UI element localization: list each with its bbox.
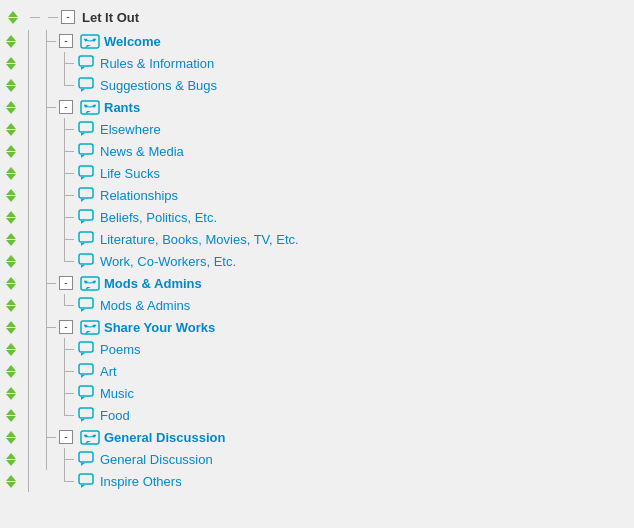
collapse-rants[interactable]: - [59,100,73,114]
up-rules[interactable] [6,57,16,63]
label-lifesucks[interactable]: Life Sucks [100,166,160,181]
label-music[interactable]: Music [100,386,134,401]
up-rants[interactable] [6,101,16,107]
arrows-lifesucks[interactable] [2,167,20,180]
arrows-share[interactable] [2,321,20,334]
forum-row-suggestions[interactable]: Suggestions & Bugs [0,74,634,96]
label-news[interactable]: News & Media [100,144,184,159]
down-general[interactable] [6,438,16,444]
down-rants[interactable] [6,108,16,114]
down-welcome[interactable] [6,42,16,48]
down-poems[interactable] [6,350,16,356]
label-rules[interactable]: Rules & Information [100,56,214,71]
up-mods[interactable] [6,277,16,283]
up-food[interactable] [6,409,16,415]
arrows-food[interactable] [2,409,20,422]
arrows-art[interactable] [2,365,20,378]
up-suggestions[interactable] [6,79,16,85]
category-row-rants[interactable]: - Rants [0,96,634,118]
up-news[interactable] [6,145,16,151]
label-general2[interactable]: General Discussion [100,452,213,467]
up-inspire[interactable] [6,475,16,481]
arrows-rules[interactable] [2,57,20,70]
collapse-general[interactable]: - [59,430,73,444]
collapse-welcome[interactable]: - [59,34,73,48]
arrows-inspire[interactable] [2,475,20,488]
arrows-general2[interactable] [2,453,20,466]
arrows-work[interactable] [2,255,20,268]
forum-row-general2[interactable]: General Discussion [0,448,634,470]
category-row-mods[interactable]: - Mods & Admins [0,272,634,294]
up-welcome[interactable] [6,35,16,41]
up-lit[interactable] [6,233,16,239]
forum-row-rules[interactable]: Rules & Information [0,52,634,74]
category-row-general[interactable]: - General Discussion [0,426,634,448]
up-elsewhere[interactable] [6,123,16,129]
forum-row-poems[interactable]: Poems [0,338,634,360]
forum-row-inspire[interactable]: Inspire Others [0,470,634,492]
collapse-mods[interactable]: - [59,276,73,290]
down-news[interactable] [6,152,16,158]
arrows-lit[interactable] [2,233,20,246]
up-share[interactable] [6,321,16,327]
arrows-welcome[interactable] [2,35,20,48]
up-general[interactable] [6,431,16,437]
label-food[interactable]: Food [100,408,130,423]
down-inspire[interactable] [6,482,16,488]
label-literature[interactable]: Literature, Books, Movies, TV, Etc. [100,232,299,247]
down-lifesucks[interactable] [6,174,16,180]
arrows-news[interactable] [2,145,20,158]
arrows-poems[interactable] [2,343,20,356]
forum-row-mods2[interactable]: Mods & Admins [0,294,634,316]
up-art[interactable] [6,365,16,371]
category-row-welcome[interactable]: - Welcome [0,30,634,52]
up-poems[interactable] [6,343,16,349]
arrows-music[interactable] [2,387,20,400]
down-general2[interactable] [6,460,16,466]
label-share[interactable]: Share Your Works [104,320,215,335]
up-beliefs[interactable] [6,211,16,217]
down-lit[interactable] [6,240,16,246]
label-inspire[interactable]: Inspire Others [100,474,182,489]
label-welcome[interactable]: Welcome [104,34,161,49]
down-rel[interactable] [6,196,16,202]
label-beliefs[interactable]: Beliefs, Politics, Etc. [100,210,217,225]
label-elsewhere[interactable]: Elsewhere [100,122,161,137]
label-mods2[interactable]: Mods & Admins [100,298,190,313]
arrows-mods2[interactable] [2,299,20,312]
down-share[interactable] [6,328,16,334]
arrows-beliefs[interactable] [2,211,20,224]
root-arrow-down[interactable] [8,18,18,24]
up-mods2[interactable] [6,299,16,305]
label-mods[interactable]: Mods & Admins [104,276,202,291]
collapse-share[interactable]: - [59,320,73,334]
forum-row-news[interactable]: News & Media [0,140,634,162]
label-art[interactable]: Art [100,364,117,379]
arrows-mods[interactable] [2,277,20,290]
forum-row-lifesucks[interactable]: Life Sucks [0,162,634,184]
down-work[interactable] [6,262,16,268]
up-music[interactable] [6,387,16,393]
forum-row-literature[interactable]: Literature, Books, Movies, TV, Etc. [0,228,634,250]
root-arrows[interactable] [4,11,22,24]
label-suggestions[interactable]: Suggestions & Bugs [100,78,217,93]
up-rel[interactable] [6,189,16,195]
root-collapse[interactable]: - [61,10,75,24]
up-work[interactable] [6,255,16,261]
forum-row-art[interactable]: Art [0,360,634,382]
down-elsewhere[interactable] [6,130,16,136]
arrows-suggestions[interactable] [2,79,20,92]
label-rants[interactable]: Rants [104,100,140,115]
down-art[interactable] [6,372,16,378]
down-mods2[interactable] [6,306,16,312]
up-general2[interactable] [6,453,16,459]
label-relationships[interactable]: Relationships [100,188,178,203]
forum-row-food[interactable]: Food [0,404,634,426]
down-suggestions[interactable] [6,86,16,92]
arrows-rants[interactable] [2,101,20,114]
arrows-general[interactable] [2,431,20,444]
forum-row-relationships[interactable]: Relationships [0,184,634,206]
label-work[interactable]: Work, Co-Workers, Etc. [100,254,236,269]
forum-row-beliefs[interactable]: Beliefs, Politics, Etc. [0,206,634,228]
category-row-share[interactable]: - Share Your Works [0,316,634,338]
